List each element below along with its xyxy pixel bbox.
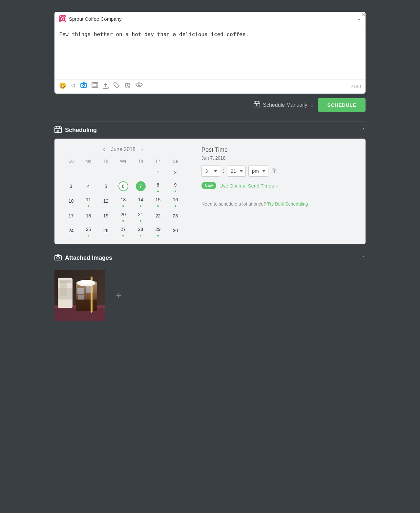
bulk-schedule-text: Need to schedule a lot at once? Try Bulk… <box>201 201 356 207</box>
calendar-day[interactable]: 5 <box>97 179 115 193</box>
svg-rect-31 <box>76 300 97 311</box>
calendar-day[interactable]: 3 <box>62 179 80 193</box>
emoji-icon[interactable]: 😀 <box>59 82 66 90</box>
scheduling-body: ‹ June 2018 › Su Mo Tu We Th Fr Sa <box>54 139 366 244</box>
calendar-day[interactable]: 24 <box>62 223 80 238</box>
calendar-day[interactable]: 13 <box>115 193 132 208</box>
calendar-day[interactable]: 18 <box>80 208 97 223</box>
scheduling-title: 31 Scheduling <box>54 126 97 135</box>
cal-header-sa: Sa <box>167 159 184 166</box>
optimal-times-chevron-icon: ⌄ <box>275 183 280 189</box>
calendar-day[interactable]: 9 <box>167 179 184 193</box>
calendar-day[interactable]: 30 <box>167 223 184 238</box>
calendar-day[interactable]: 7 <box>132 179 149 193</box>
calendar-day[interactable]: 16 <box>167 193 184 208</box>
preview-icon[interactable] <box>136 82 143 90</box>
attached-images-title: Attached Images <box>54 254 112 262</box>
svg-text:31: 31 <box>56 130 59 133</box>
delete-time-button[interactable]: 🗑 <box>271 167 277 174</box>
calendar-nav: ‹ June 2018 › <box>62 145 184 153</box>
calendar-day[interactable]: 28 <box>132 223 149 238</box>
calendar-day[interactable]: 21 <box>132 208 149 223</box>
post-time-panel: Post Time Jun 7, 2018 123456789101112 : … <box>192 139 366 244</box>
calendar-day[interactable]: 19 <box>97 208 115 223</box>
time-selectors: 123456789101112 : 0005101520212530354045… <box>201 165 356 177</box>
text-area-wrap: Few things better on a hot day than a de… <box>54 26 366 79</box>
calendar-day[interactable]: 11 <box>80 193 97 208</box>
attached-images-section: Attached Images ⌃ <box>49 250 371 330</box>
svg-point-2 <box>64 17 65 17</box>
calendar-next-button[interactable]: › <box>139 145 145 153</box>
calendar-day[interactable]: 1 <box>149 166 167 179</box>
char-count: 2140 <box>351 84 361 89</box>
calendar-day[interactable]: 14 <box>132 193 149 208</box>
svg-text:31: 31 <box>256 104 258 107</box>
calendar-day[interactable]: 20 <box>115 208 132 223</box>
undo-icon[interactable]: ↺ <box>71 82 76 90</box>
calendar-prev-button[interactable]: ‹ <box>101 145 107 153</box>
optimal-times-row: New Use Optimal Send Times ⌄ <box>201 182 356 189</box>
new-badge: New <box>201 182 216 189</box>
calendar-day[interactable]: 2 <box>167 166 184 179</box>
schedule-chevron-icon: ⌄ <box>310 102 314 108</box>
cal-header-mo: Mo <box>80 159 97 166</box>
account-name: Sprout Coffee Company <box>69 16 357 22</box>
alarm-icon[interactable] <box>124 82 131 90</box>
calendar-day[interactable]: 10 <box>62 193 80 208</box>
svg-point-9 <box>115 84 116 85</box>
minute-select[interactable]: 00051015202125303540455055 <box>227 165 246 177</box>
scheduling-collapse-icon[interactable]: ⌃ <box>361 127 366 133</box>
compose-area: Sprout Coffee Company ⌄ Few things bette… <box>54 12 366 94</box>
schedule-button[interactable]: SCHEDULE <box>318 98 366 112</box>
cal-header-we: We <box>115 159 132 166</box>
add-image-button[interactable]: + <box>111 287 127 304</box>
calendar-day[interactable]: 26 <box>97 223 115 238</box>
period-select[interactable]: ampm <box>248 165 268 177</box>
calendar-day[interactable]: 25 <box>80 223 97 238</box>
svg-point-34 <box>80 280 93 284</box>
hour-select[interactable]: 123456789101112 <box>201 165 220 177</box>
calendar-day[interactable]: 27 <box>115 223 132 238</box>
svg-rect-26 <box>60 281 67 296</box>
bulk-scheduling-link[interactable]: Try Bulk Scheduling <box>267 201 308 207</box>
cal-header-su: Su <box>62 159 80 166</box>
calendar-day[interactable]: 4 <box>80 179 97 193</box>
calendar-day[interactable]: 15 <box>149 193 167 208</box>
calendar-day[interactable]: 17 <box>62 208 80 223</box>
scheduling-calendar-icon: 31 <box>54 126 62 135</box>
calendar-day[interactable]: 22 <box>149 208 167 223</box>
cal-header-tu: Tu <box>97 159 115 166</box>
svg-point-11 <box>138 84 140 86</box>
optimal-times-link[interactable]: Use Optimal Send Times ⌄ <box>220 183 280 189</box>
tag-icon[interactable] <box>113 82 120 90</box>
schedule-manually-button[interactable]: 31 Schedule Manually ⌄ <box>254 101 314 109</box>
close-button[interactable]: × <box>362 11 366 18</box>
calendar-icon: 31 <box>254 101 260 109</box>
svg-rect-30 <box>78 295 84 300</box>
calendar-day[interactable]: 29 <box>149 223 167 238</box>
calendar-day <box>115 166 132 179</box>
divider <box>201 196 356 196</box>
cal-header-fr: Fr <box>149 159 167 166</box>
upload-icon[interactable] <box>103 82 109 90</box>
media-icon[interactable] <box>92 82 98 90</box>
svg-point-5 <box>83 84 85 86</box>
calendar-day[interactable]: 23 <box>167 208 184 223</box>
coffee-image-svg <box>54 270 105 321</box>
calendar-month: June 2018 <box>111 146 136 152</box>
scheduling-header: 31 Scheduling ⌃ <box>54 122 366 139</box>
post-time-title: Post Time <box>201 146 356 153</box>
camera-icon[interactable] <box>80 82 87 90</box>
compose-textarea[interactable]: Few things better on a hot day than a de… <box>59 31 361 73</box>
calendar-day[interactable]: 8 <box>149 179 167 193</box>
images-body: + <box>54 266 366 325</box>
svg-rect-4 <box>81 83 87 87</box>
attached-image[interactable] <box>54 270 105 321</box>
calendar-day[interactable]: 6 <box>115 179 132 193</box>
schedule-manually-label: Schedule Manually <box>263 102 307 108</box>
account-selector[interactable]: Sprout Coffee Company ⌄ <box>54 12 366 26</box>
svg-rect-8 <box>103 87 108 88</box>
calendar-grid: Su Mo Tu We Th Fr Sa 1234567891011121314… <box>62 159 184 238</box>
calendar-day[interactable]: 12 <box>97 193 115 208</box>
images-collapse-icon[interactable]: ⌃ <box>361 255 366 261</box>
